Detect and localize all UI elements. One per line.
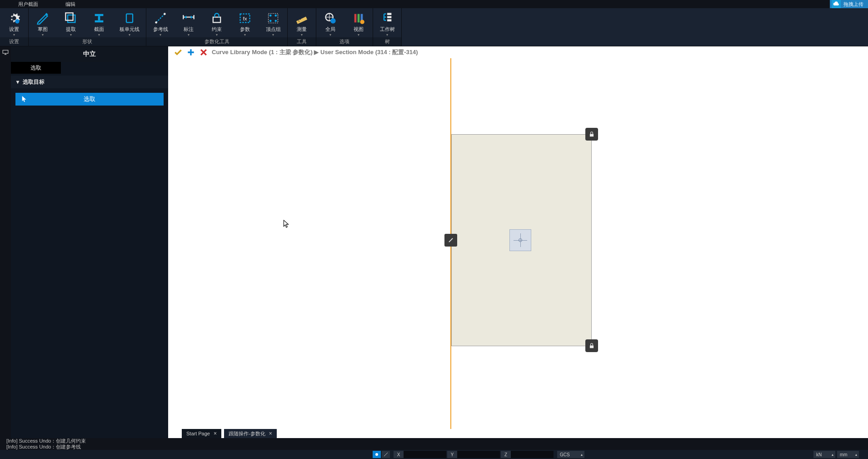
svg-rect-21 bbox=[387, 13, 391, 15]
status-bar: X Y Z GCS▴ kN▴ mm▴ bbox=[0, 450, 868, 459]
constraint-icon bbox=[209, 11, 224, 25]
left-panel: 中立 选取 ▾ 选取目标 选取 bbox=[0, 46, 168, 438]
snap-point-button[interactable] bbox=[373, 451, 381, 458]
lock-badge-bottom[interactable] bbox=[585, 339, 598, 352]
svg-point-4 bbox=[155, 21, 157, 24]
canvas-header: Curve Library Mode (1 : 主梁 参数化) ▶ User S… bbox=[168, 46, 868, 58]
upload-icon bbox=[832, 0, 841, 8]
svg-rect-23 bbox=[387, 19, 391, 21]
edge-badge-left[interactable] bbox=[444, 234, 457, 247]
coord-z[interactable]: Z bbox=[501, 451, 554, 458]
svg-rect-2 bbox=[65, 13, 73, 20]
menu-edit[interactable]: 编辑 bbox=[65, 1, 75, 8]
svg-rect-18 bbox=[358, 14, 360, 22]
vertex-group-icon bbox=[265, 11, 281, 25]
snap-line-button[interactable] bbox=[382, 451, 390, 458]
tab-follow-param[interactable]: 跟随操作-参数化 × bbox=[224, 429, 277, 438]
ribbon-section[interactable]: 截面 ▾ bbox=[85, 8, 113, 37]
ribbon-global[interactable]: 全局 ▾ bbox=[316, 8, 344, 37]
tree-icon bbox=[379, 11, 395, 25]
log-line: [Info] Success Undo：创建几何约束 bbox=[6, 438, 862, 444]
ribbon-group-shape: 草图 ▾ 提取 ▾ 截面 ▾ 板单元线 ▾ 形状 bbox=[29, 8, 146, 46]
tab-start-page[interactable]: Start Page × bbox=[182, 429, 221, 438]
ribbon-sketch[interactable]: 草图 ▾ bbox=[29, 8, 57, 37]
view-icon bbox=[351, 11, 366, 25]
svg-rect-26 bbox=[590, 345, 594, 348]
panel-title: 中立 bbox=[11, 46, 168, 62]
svg-point-16 bbox=[330, 18, 336, 24]
extract-icon bbox=[63, 11, 79, 25]
coord-x[interactable]: X bbox=[394, 451, 446, 458]
close-icon[interactable]: × bbox=[269, 430, 272, 437]
canvas-tabs: Start Page × 跟随操作-参数化 × bbox=[168, 429, 277, 438]
svg-rect-17 bbox=[354, 14, 357, 22]
ribbon-group-options: 全局 ▾ 视图 ▾ 选项 bbox=[316, 8, 373, 46]
svg-rect-3 bbox=[98, 16, 100, 20]
section-select-target[interactable]: ▾ 选取目标 bbox=[11, 76, 168, 88]
svg-text:fx: fx bbox=[243, 15, 247, 21]
svg-point-20 bbox=[360, 20, 364, 24]
svg-rect-25 bbox=[590, 134, 594, 136]
length-unit-select[interactable]: mm▴ bbox=[837, 451, 859, 458]
menubar: 用户截面 编辑 bbox=[0, 0, 868, 8]
monitor-icon[interactable] bbox=[2, 49, 9, 55]
log-area: [Info] Success Undo：创建几何约束 [Info] Succes… bbox=[0, 438, 868, 450]
svg-point-27 bbox=[375, 453, 378, 456]
ribbon-plate-line[interactable]: 板单元线 ▾ bbox=[113, 8, 146, 37]
chevron-down-icon: ▾ bbox=[16, 79, 19, 85]
log-line: [Info] Success Undo：创建参考线 bbox=[6, 444, 862, 450]
svg-point-0 bbox=[15, 19, 19, 23]
ribbon-dimension[interactable]: 标注 ▾ bbox=[175, 8, 203, 37]
gear-icon bbox=[6, 11, 22, 25]
svg-rect-6 bbox=[213, 17, 220, 22]
section-icon bbox=[91, 11, 107, 25]
cursor-indicator bbox=[283, 220, 290, 227]
svg-rect-14 bbox=[296, 16, 307, 24]
origin-marker[interactable] bbox=[509, 229, 531, 251]
ribbon-constraint[interactable]: 约束 ▾ bbox=[203, 8, 231, 37]
sketch-icon bbox=[35, 11, 50, 25]
global-gear-icon bbox=[323, 11, 338, 25]
ribbon-param[interactable]: fx 参数 ▾ bbox=[231, 8, 259, 37]
ribbon-worktree[interactable]: 工作树 ▾ bbox=[373, 8, 401, 37]
add-icon[interactable] bbox=[186, 48, 195, 57]
left-strip bbox=[0, 46, 11, 438]
param-icon: fx bbox=[237, 11, 253, 25]
menu-user-interface[interactable]: 用户截面 bbox=[18, 1, 38, 8]
ribbon-settings[interactable]: 设置 ▾ bbox=[0, 8, 28, 37]
canvas: Curve Library Mode (1 : 主梁 参数化) ▶ User S… bbox=[168, 46, 868, 438]
svg-rect-24 bbox=[3, 50, 8, 53]
svg-point-12 bbox=[269, 20, 272, 22]
ref-line-icon bbox=[153, 11, 168, 25]
dimension-icon bbox=[181, 11, 196, 25]
select-button[interactable]: 选取 bbox=[15, 93, 164, 106]
ribbon-group-settings: 设置 ▾ 设置 bbox=[0, 8, 29, 46]
ribbon-ref-line[interactable]: 参考线 ▾ bbox=[146, 8, 175, 37]
close-icon[interactable]: × bbox=[214, 430, 217, 437]
cursor-arrow-icon bbox=[22, 96, 27, 102]
lock-badge-top[interactable] bbox=[585, 128, 598, 141]
force-unit-select[interactable]: kN▴ bbox=[813, 451, 835, 458]
confirm-icon[interactable] bbox=[174, 48, 183, 57]
ribbon-view[interactable]: 视图 ▾ bbox=[344, 8, 373, 37]
ribbon-extract[interactable]: 提取 ▾ bbox=[57, 8, 85, 37]
panel-tab-select[interactable]: 选取 bbox=[11, 62, 61, 74]
ribbon: 设置 ▾ 设置 草图 ▾ 提取 ▾ 截面 ▾ bbox=[0, 8, 868, 46]
breadcrumb: Curve Library Mode (1 : 主梁 参数化) ▶ User S… bbox=[212, 48, 418, 56]
ribbon-measure[interactable]: 测量 ▾ bbox=[288, 8, 316, 37]
svg-point-13 bbox=[275, 20, 277, 22]
ribbon-group-param-tools: 参考线 ▾ 标注 ▾ 约束 ▾ fx 参数 ▾ 顶点组 ▾ bbox=[146, 8, 288, 46]
svg-point-5 bbox=[164, 13, 166, 15]
ribbon-vertex-group[interactable]: 顶点组 ▾ bbox=[259, 8, 287, 37]
upload-button[interactable]: 拖拽上传 bbox=[830, 0, 868, 8]
viewport[interactable] bbox=[168, 58, 868, 429]
ribbon-group-tool: 测量 ▾ 工具 bbox=[288, 8, 316, 46]
coord-system-select[interactable]: GCS▴ bbox=[557, 451, 584, 458]
cancel-icon[interactable] bbox=[199, 48, 208, 57]
ribbon-group-tree: 工作树 ▾ 树 bbox=[373, 8, 402, 46]
svg-rect-1 bbox=[68, 15, 75, 22]
svg-point-11 bbox=[275, 14, 277, 16]
plate-line-icon bbox=[122, 11, 137, 25]
measure-icon bbox=[294, 11, 309, 25]
coord-y[interactable]: Y bbox=[447, 451, 500, 458]
